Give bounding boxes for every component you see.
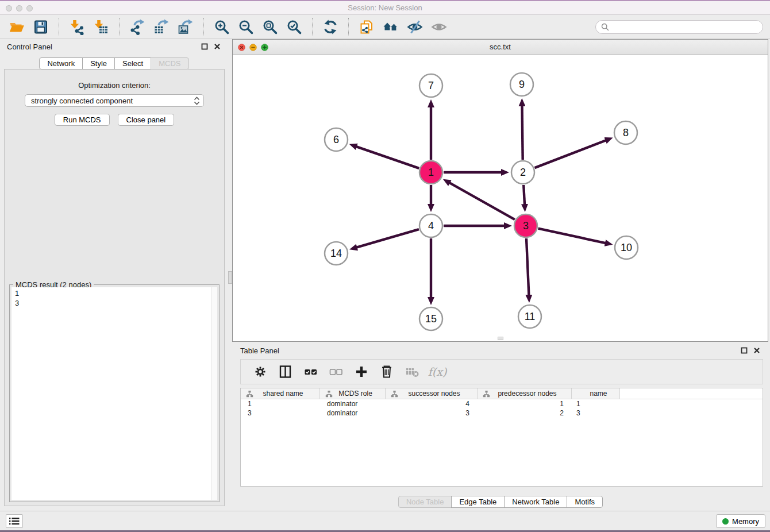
delete-table-button[interactable] (403, 363, 421, 380)
result-scrollbar[interactable] (211, 287, 217, 500)
tab-mcds[interactable]: MCDS (151, 57, 188, 70)
column-header-successor-nodes[interactable]: successor nodes (386, 388, 478, 399)
maximize-view-button[interactable] (261, 43, 268, 53)
control-panel: Control Panel NetworkStyleSelectMCDS Opt… (0, 39, 228, 511)
select-all-columns-button[interactable] (302, 363, 319, 380)
edge-2-3[interactable] (523, 185, 525, 205)
zoom-out-button[interactable] (237, 18, 255, 36)
node-14[interactable]: 14 (325, 242, 348, 265)
toggle-panel-button[interactable] (277, 363, 294, 380)
tab-motifs[interactable]: Motifs (567, 496, 603, 508)
memory-button[interactable]: Memory (716, 514, 765, 528)
function-builder-button[interactable]: f(x) (429, 363, 446, 380)
close-view-button[interactable] (238, 43, 245, 53)
edge-3-10[interactable] (538, 229, 606, 243)
float-table-panel-button[interactable] (740, 346, 748, 354)
column-header-predecessor-nodes[interactable]: predecessor nodes (478, 388, 572, 399)
tab-network-table[interactable]: Network Table (504, 496, 567, 508)
table-row[interactable]: 1dominator411 (241, 399, 763, 408)
close-window-button[interactable] (6, 5, 12, 11)
tab-network[interactable]: Network (39, 57, 83, 70)
edge-3-1[interactable] (449, 183, 515, 219)
import-table-button[interactable] (92, 18, 110, 36)
search-input[interactable] (612, 21, 763, 33)
status-bar: Memory (0, 511, 770, 530)
minimize-view-button[interactable] (249, 43, 257, 53)
minimize-window-button[interactable] (16, 5, 22, 11)
node-10[interactable]: 10 (615, 236, 638, 259)
column-header-shared-name[interactable]: shared name (241, 388, 320, 399)
edge-2-8[interactable] (535, 140, 606, 168)
attribute-icon (483, 390, 490, 398)
close-panel-x-button[interactable] (213, 43, 221, 51)
optimization-criterion-label: Optimization criterion: (5, 81, 224, 90)
create-column-button[interactable] (353, 363, 370, 380)
export-image-button[interactable] (176, 18, 195, 36)
mcds-result-list[interactable]: 13 (11, 287, 211, 500)
close-panel-button[interactable]: Close panel (118, 114, 175, 126)
table-row[interactable]: 3dominator323 (241, 408, 763, 418)
import-network-button[interactable] (68, 18, 86, 36)
svg-text:6: 6 (333, 134, 339, 145)
network-view-window: scc.txt 7968124314101511 (232, 39, 768, 342)
refresh-view-button[interactable] (321, 18, 340, 36)
close-table-panel-button[interactable] (753, 346, 761, 354)
svg-text:7: 7 (428, 80, 434, 91)
refresh-view-icon (322, 19, 338, 35)
column-header-name[interactable]: name (572, 388, 620, 399)
edge-1-6[interactable] (356, 147, 419, 168)
edge-4-14[interactable] (357, 229, 419, 248)
network-canvas[interactable]: 7968124314101511 (233, 55, 768, 341)
tab-select[interactable]: Select (114, 57, 151, 70)
svg-text:1: 1 (428, 167, 434, 178)
task-history-button[interactable] (6, 514, 23, 528)
node-6[interactable]: 6 (325, 128, 348, 151)
show-all-button[interactable] (430, 18, 448, 36)
tab-node-table[interactable]: Node Table (398, 496, 452, 508)
node-15[interactable]: 15 (419, 307, 442, 330)
node-7[interactable]: 7 (419, 74, 442, 97)
table-cell: 3 (572, 409, 620, 417)
float-panel-button[interactable] (201, 43, 209, 51)
run-mcds-button[interactable]: Run MCDS (55, 114, 110, 126)
column-header-MCDS-role[interactable]: MCDS role (320, 388, 386, 399)
delete-columns-button[interactable] (378, 363, 395, 380)
clone-network-button[interactable] (357, 18, 376, 36)
mcds-panel: Optimization criterion: strongly connect… (4, 69, 225, 506)
node-4[interactable]: 4 (419, 214, 442, 237)
node-9[interactable]: 9 (510, 73, 533, 96)
node-11[interactable]: 11 (518, 305, 541, 328)
hide-selected-button[interactable] (406, 18, 424, 36)
zoom-selected-icon (286, 19, 302, 35)
criterion-select[interactable]: strongly connected component (25, 94, 204, 107)
node-2[interactable]: 2 (511, 161, 534, 184)
first-neighbors-button[interactable] (382, 18, 400, 36)
svg-text:14: 14 (330, 248, 342, 259)
save-session-button[interactable] (32, 18, 50, 36)
network-graph[interactable]: 7968124314101511 (233, 55, 768, 341)
edge-2-9[interactable] (522, 106, 523, 160)
tab-style[interactable]: Style (82, 57, 115, 70)
node-8[interactable]: 8 (614, 121, 637, 144)
edge-3-11[interactable] (526, 238, 529, 295)
table-options-button[interactable] (252, 363, 269, 380)
canvas-scroll-grip[interactable] (498, 337, 503, 340)
export-network-button[interactable] (128, 18, 147, 36)
node-1[interactable]: 1 (419, 161, 442, 184)
window-controls (6, 5, 33, 11)
unselect-all-columns-button[interactable] (328, 363, 345, 380)
tab-edge-table[interactable]: Edge Table (451, 496, 505, 508)
svg-text:15: 15 (425, 313, 437, 325)
zoom-fit-button[interactable] (261, 18, 279, 36)
zoom-in-button[interactable] (213, 18, 231, 36)
open-session-button[interactable] (7, 18, 26, 36)
export-table-button[interactable] (152, 18, 171, 36)
node-3[interactable]: 3 (514, 214, 537, 237)
zoom-selected-button[interactable] (285, 18, 303, 36)
delete-table-icon (405, 364, 419, 379)
toolbar-separator (203, 18, 204, 36)
splitter-grip-icon[interactable] (228, 271, 232, 284)
show-all-icon (431, 19, 447, 35)
svg-text:8: 8 (623, 127, 629, 138)
zoom-window-button[interactable] (26, 5, 33, 11)
